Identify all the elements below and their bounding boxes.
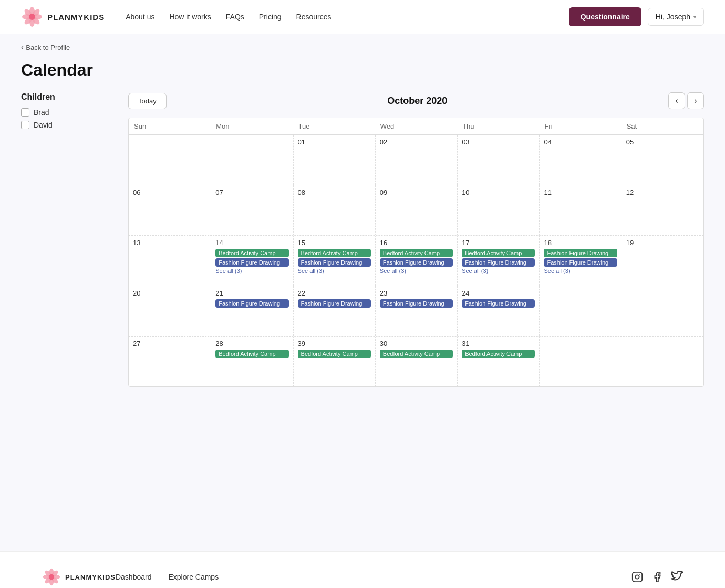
day-cell-w2d2[interactable]: 15Bedford Activity CampFashion Figure Dr…: [293, 236, 375, 286]
brad-checkbox[interactable]: [21, 108, 29, 117]
event-pill-green[interactable]: Bedford Activity Camp: [380, 350, 453, 358]
event-pill-blue[interactable]: Fashion Figure Drawing: [215, 299, 288, 308]
day-number: 16: [380, 239, 453, 247]
day-cell-w1d4[interactable]: 10: [457, 185, 539, 235]
day-cell-w3d0[interactable]: 20: [129, 286, 211, 336]
day-cell-w1d6[interactable]: 12: [622, 185, 703, 235]
event-pill-blue[interactable]: Fashion Figure Drawing: [380, 258, 453, 267]
day-cell-w2d3[interactable]: 16Bedford Activity CampFashion Figure Dr…: [375, 236, 457, 286]
event-pill-blue[interactable]: Fashion Figure Drawing: [215, 258, 288, 267]
children-label: Children: [21, 92, 116, 102]
day-cell-w4d2[interactable]: 39Bedford Activity Camp: [293, 337, 375, 386]
facebook-icon[interactable]: [651, 571, 663, 583]
event-pill-green[interactable]: Bedford Activity Camp: [298, 249, 371, 257]
event-pill-green[interactable]: Bedford Activity Camp: [462, 350, 535, 358]
footer-logo[interactable]: PLANMYKIDS: [42, 568, 116, 586]
day-cell-w4d0[interactable]: 27: [129, 337, 211, 386]
day-cell-w0d6[interactable]: 05: [622, 135, 703, 185]
chevron-down-icon: ▾: [693, 14, 696, 20]
next-month-button[interactable]: ›: [687, 92, 704, 109]
user-menu[interactable]: Hi, Joseph ▾: [648, 8, 704, 26]
day-cell-w0d5[interactable]: 04: [539, 135, 621, 185]
david-checkbox[interactable]: [21, 121, 29, 129]
day-number: 18: [544, 239, 617, 247]
page-content: Calendar Children Brad David Today Octob…: [0, 60, 725, 551]
day-cell-w3d2[interactable]: 22Fashion Figure Drawing: [293, 286, 375, 336]
instagram-icon[interactable]: [631, 571, 643, 583]
event-pill-blue[interactable]: Fashion Figure Drawing: [380, 299, 453, 308]
nav-resources[interactable]: Resources: [296, 13, 332, 21]
logo[interactable]: PLANMYKIDS: [21, 6, 105, 28]
day-cell-w0d2[interactable]: 01: [293, 135, 375, 185]
logo-text: PLANMYKIDS: [47, 13, 105, 22]
event-pill-green[interactable]: Fashion Figure Drawing: [544, 249, 617, 257]
day-cell-w0d3[interactable]: 02: [375, 135, 457, 185]
day-number: 14: [215, 239, 288, 247]
day-cell-w1d2[interactable]: 08: [293, 185, 375, 235]
site-footer: PLANMYKIDS Dashboard Explore Camps © Pla…: [0, 551, 725, 588]
see-all-link[interactable]: See all (3): [215, 268, 288, 274]
see-all-link[interactable]: See all (3): [462, 268, 535, 274]
day-cell-w2d6[interactable]: 19: [622, 236, 703, 286]
day-cell-w2d4[interactable]: 17Bedford Activity CampFashion Figure Dr…: [457, 236, 539, 286]
twitter-icon[interactable]: [671, 571, 683, 583]
see-all-link[interactable]: See all (3): [298, 268, 371, 274]
footer-dashboard-link[interactable]: Dashboard: [116, 573, 152, 581]
event-pill-green[interactable]: Bedford Activity Camp: [380, 249, 453, 257]
day-cell-w0d1[interactable]: [211, 135, 293, 185]
day-cell-w4d5[interactable]: [539, 337, 621, 386]
footer-logo-icon: [42, 568, 61, 586]
week-row-1: 06070809101112: [129, 185, 703, 235]
day-cell-w1d0[interactable]: 06: [129, 185, 211, 235]
event-pill-blue[interactable]: Fashion Figure Drawing: [544, 258, 617, 267]
day-cell-w4d6[interactable]: [622, 337, 703, 386]
day-number: 30: [380, 340, 453, 348]
event-pill-blue[interactable]: Fashion Figure Drawing: [462, 299, 535, 308]
nav-faqs[interactable]: FAQs: [226, 13, 244, 21]
calendar-nav: ‹ ›: [668, 92, 704, 109]
day-cell-w2d1[interactable]: 14Bedford Activity CampFashion Figure Dr…: [211, 236, 293, 286]
event-pill-green[interactable]: Bedford Activity Camp: [215, 249, 288, 257]
day-cell-w3d6[interactable]: [622, 286, 703, 336]
back-to-profile-link[interactable]: Back to Profile: [21, 43, 704, 52]
day-cell-w3d3[interactable]: 23Fashion Figure Drawing: [375, 286, 457, 336]
today-button[interactable]: Today: [128, 93, 167, 109]
day-cell-w1d1[interactable]: 07: [211, 185, 293, 235]
day-cell-w2d5[interactable]: 18Fashion Figure DrawingFashion Figure D…: [539, 236, 621, 286]
day-cell-w4d3[interactable]: 30Bedford Activity Camp: [375, 337, 457, 386]
see-all-link[interactable]: See all (3): [380, 268, 453, 274]
day-cell-w1d5[interactable]: 11: [539, 185, 621, 235]
day-cell-w4d4[interactable]: 31Bedford Activity Camp: [457, 337, 539, 386]
event-pill-blue[interactable]: Fashion Figure Drawing: [298, 299, 371, 308]
day-cell-w3d4[interactable]: 24Fashion Figure Drawing: [457, 286, 539, 336]
header-right: Questionnaire Hi, Joseph ▾: [569, 7, 704, 26]
day-number: 21: [215, 289, 288, 297]
event-pill-blue[interactable]: Fashion Figure Drawing: [298, 258, 371, 267]
nav-how[interactable]: How it works: [169, 13, 211, 21]
user-label: Hi, Joseph: [656, 13, 690, 21]
day-cell-w4d1[interactable]: 28Bedford Activity Camp: [211, 337, 293, 386]
nav-about[interactable]: About us: [126, 13, 154, 21]
day-cell-w3d5[interactable]: [539, 286, 621, 336]
calendar-layout: Children Brad David Today October 2020 ‹…: [21, 92, 704, 387]
day-number: 15: [298, 239, 371, 247]
nav-pricing[interactable]: Pricing: [259, 13, 282, 21]
day-header-sat: Sat: [622, 118, 703, 134]
event-pill-green[interactable]: Bedford Activity Camp: [462, 249, 535, 257]
day-cell-w2d0[interactable]: 13: [129, 236, 211, 286]
event-pill-green[interactable]: Bedford Activity Camp: [215, 350, 288, 358]
footer-explore-link[interactable]: Explore Camps: [168, 573, 219, 581]
see-all-link[interactable]: See all (3): [544, 268, 617, 274]
prev-month-button[interactable]: ‹: [668, 92, 685, 109]
svg-point-17: [49, 574, 54, 580]
day-header-fri: Fri: [539, 118, 621, 134]
day-cell-w0d0[interactable]: [129, 135, 211, 185]
event-pill-blue[interactable]: Fashion Figure Drawing: [462, 258, 535, 267]
questionnaire-button[interactable]: Questionnaire: [569, 7, 641, 26]
day-cell-w0d4[interactable]: 03: [457, 135, 539, 185]
calendar-header: Today October 2020 ‹ ›: [128, 92, 704, 109]
day-cell-w3d1[interactable]: 21Fashion Figure Drawing: [211, 286, 293, 336]
child-name-david: David: [34, 121, 53, 129]
event-pill-green[interactable]: Bedford Activity Camp: [298, 350, 371, 358]
day-cell-w1d3[interactable]: 09: [375, 185, 457, 235]
